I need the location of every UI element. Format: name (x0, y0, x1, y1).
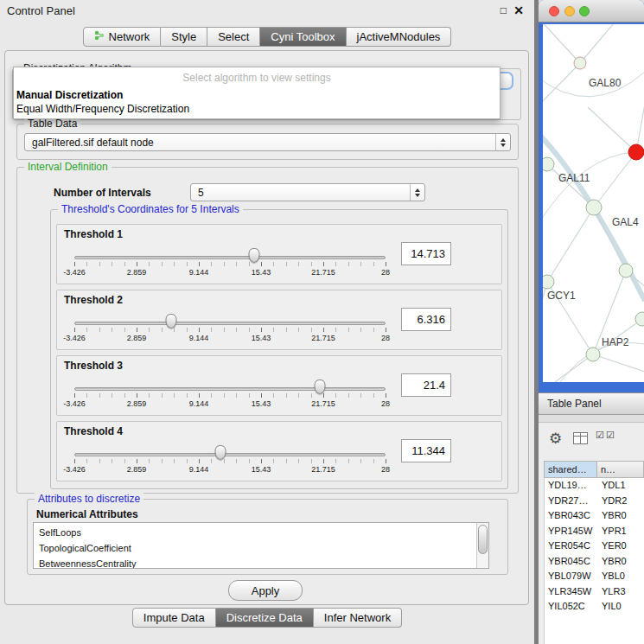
control-panel-tabs: NetworkStyleSelectCyni ToolboxjActiveMNo… (0, 27, 534, 47)
network-node[interactable] (635, 312, 644, 326)
thresholds-group-label: Threshold's Coordinates for 5 Intervals (58, 203, 243, 215)
tab-jactivemnodules[interactable]: jActiveMNodules (347, 27, 452, 47)
slider-handle[interactable] (165, 314, 176, 328)
slider-ticks (74, 393, 386, 398)
table-row[interactable]: YBR045CYBR0 (545, 554, 644, 570)
slider-major-tick (261, 459, 262, 463)
slider-handle[interactable] (248, 248, 259, 263)
network-window-titlebar[interactable] (539, 0, 644, 22)
slider-ticks (74, 328, 386, 332)
network-node[interactable] (543, 275, 554, 289)
attribute-list-item[interactable]: BetweennessCentrality (39, 556, 473, 569)
slider-handle[interactable] (215, 445, 226, 460)
slider-ticks (74, 262, 386, 266)
threshold-list: Threshold 1-3.4262.8599.14415.4321.71528… (56, 224, 502, 487)
table-row[interactable]: YLR345WYLR3 (545, 584, 644, 600)
algorithm-combo-placeholder[interactable]: Select algorithm to view settings (14, 67, 500, 88)
slider-handle[interactable] (315, 379, 326, 394)
table-cell: YDL19… (545, 478, 598, 494)
table-column-header[interactable]: shared… (544, 461, 597, 478)
tab-label: Discretize Data (226, 611, 303, 624)
list-scrollbar[interactable] (476, 523, 488, 568)
table-cell: YBL0 (598, 569, 644, 584)
tab-label: Infer Network (324, 611, 391, 624)
table-cell: YLR3 (598, 584, 644, 600)
tab-label: Impute Data (143, 611, 205, 624)
slider-major-tick (199, 459, 200, 463)
table-row[interactable]: YDR27…YDR2 (545, 494, 644, 509)
algorithm-option[interactable]: Equal Width/Frequency Discretization (14, 102, 500, 116)
threshold-slider[interactable]: -3.4262.8599.14415.4321.71528 (74, 377, 386, 413)
threshold-slider[interactable]: -3.4262.8599.14415.4321.71528 (74, 443, 386, 479)
table-row[interactable]: YBL079WYBL0 (545, 569, 644, 584)
number-of-intervals-combobox[interactable]: 5 (190, 183, 425, 201)
table-row[interactable]: YIL052CYIL0 (545, 599, 644, 615)
table-row[interactable]: YBR043CYBR0 (545, 508, 644, 524)
float-window-icon[interactable]: □ (501, 4, 507, 16)
select-all-checkbox-icon[interactable]: ☑ (596, 430, 604, 441)
tab-infer-network[interactable]: Infer Network (314, 608, 402, 628)
table-header-row: shared…n… (544, 461, 644, 478)
slider-major-tick (323, 328, 324, 332)
slider-scale-label: 2.859 (127, 399, 147, 408)
columns-icon[interactable] (573, 432, 588, 448)
combo-stepper-icon[interactable] (410, 184, 424, 201)
slider-scale-label: 9.144 (189, 334, 209, 342)
slider-scale-label: -3.426 (63, 399, 86, 408)
threshold-value-field[interactable]: 6.316 (401, 308, 451, 331)
network-node[interactable] (586, 348, 600, 361)
network-node[interactable] (619, 264, 633, 277)
slider-scale-label: -3.426 (63, 268, 86, 277)
table-cell: YPR145W (545, 524, 598, 539)
combo-stepper-icon[interactable] (495, 134, 510, 150)
numerical-attributes-list[interactable]: SelfLoopsTopologicalCoefficientBetweenne… (33, 522, 489, 569)
network-canvas[interactable]: GAL80GAL11GAL4GCY1HAP2 (543, 24, 644, 382)
table-data-combobox-value: galFiltered.sif default node (32, 137, 154, 149)
table-data-group-label: Table Data (24, 118, 80, 130)
network-node[interactable] (628, 144, 644, 160)
threshold-value-field[interactable]: 21.4 (401, 373, 451, 397)
threshold-slider[interactable]: -3.4262.8599.14415.4321.71528 (74, 311, 386, 348)
table-row[interactable]: YPR145WYPR1 (545, 524, 644, 539)
table-panel-header[interactable]: Table Panel (539, 392, 644, 415)
table-row[interactable]: YER054CYER0 (545, 539, 644, 554)
network-node[interactable] (586, 200, 602, 215)
slider-scale-label: 21.715 (311, 465, 335, 474)
table-data-combobox[interactable]: galFiltered.sif default node (24, 133, 511, 151)
network-node[interactable] (574, 57, 586, 69)
attribute-list-item[interactable]: TopologicalCoefficient (39, 540, 473, 556)
close-icon[interactable]: ✕ (513, 3, 524, 17)
network-edge (594, 152, 636, 207)
slider-scale-label: 2.859 (127, 465, 147, 474)
gear-icon[interactable]: ⚙ (549, 430, 562, 448)
threshold-value-field[interactable]: 11.344 (401, 439, 451, 462)
table-cell: YER054C (545, 539, 598, 554)
slider-major-tick (74, 393, 75, 398)
tab-cyni-toolbox[interactable]: Cyni Toolbox (260, 27, 346, 47)
numerical-attributes-label: Numerical Attributes (36, 508, 138, 520)
attribute-list-item[interactable]: SelfLoops (39, 525, 473, 540)
algorithm-option[interactable]: Manual Discretization (14, 88, 500, 102)
tab-discretize-data[interactable]: Discretize Data (216, 608, 314, 628)
network-node-label: GCY1 (547, 290, 576, 302)
select-checkbox-icon[interactable]: ☑ (606, 430, 615, 441)
table-column-header[interactable]: n… (597, 461, 644, 478)
tab-select[interactable]: Select (207, 27, 260, 47)
minimize-traffic-light-icon[interactable] (564, 6, 575, 16)
tab-label: Style (171, 30, 196, 43)
slider-scale-label: 15.43 (252, 268, 271, 277)
tab-style[interactable]: Style (161, 27, 207, 47)
tab-network[interactable]: Network (83, 27, 162, 47)
slider-scale-label: 28 (381, 465, 390, 474)
zoom-traffic-light-icon[interactable] (579, 6, 590, 16)
table-rows: YDL19…YDL1YDR27…YDR2YBR043CYBR0YPR145WYP… (544, 478, 644, 644)
scrollbar-thumb[interactable] (478, 525, 488, 554)
apply-button[interactable]: Apply (228, 580, 303, 601)
threshold-value-field[interactable]: 14.713 (401, 242, 451, 265)
threshold-slider[interactable]: -3.4262.8599.14415.4321.71528 (74, 245, 386, 282)
slider-scale-label: 28 (381, 334, 390, 342)
close-traffic-light-icon[interactable] (549, 6, 559, 16)
tab-impute-data[interactable]: Impute Data (132, 608, 216, 628)
network-node[interactable] (543, 157, 554, 171)
table-row[interactable]: YDL19…YDL1 (545, 478, 644, 494)
